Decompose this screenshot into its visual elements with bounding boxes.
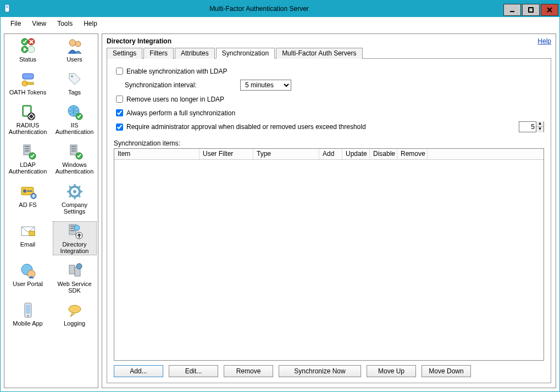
svg-rect-49	[29, 231, 35, 236]
svg-rect-36	[27, 191, 32, 192]
threshold-input[interactable]	[519, 123, 536, 131]
menu-file[interactable]: File	[5, 17, 26, 30]
windows-auth-icon	[66, 143, 84, 160]
users-icon	[66, 37, 84, 55]
ldap-icon	[19, 143, 37, 160]
directory-integration-icon	[66, 222, 84, 240]
svg-rect-15	[27, 82, 34, 85]
sync-items-label: Synchronization items:	[114, 139, 544, 147]
svg-rect-32	[71, 150, 76, 152]
full-sync-checkbox[interactable]	[116, 109, 123, 116]
tab-attributes[interactable]: Attributes	[175, 48, 215, 59]
column-header-add[interactable]: Add	[319, 149, 342, 159]
svg-rect-31	[71, 148, 76, 149]
menu-tools[interactable]: Tools	[52, 17, 78, 30]
sidebar-item-company-settings[interactable]: Company Settings	[53, 182, 97, 216]
svg-point-35	[23, 189, 26, 193]
tab-strip: Settings Filters Attributes Synchronizat…	[107, 47, 551, 59]
window-minimize-button[interactable]	[503, 4, 521, 16]
sync-interval-select[interactable]: 5 minutes	[240, 80, 291, 91]
content-panel: Directory Integration Help Settings Filt…	[102, 33, 556, 388]
sidebar-item-ldap-authentication[interactable]: LDAP Authentication	[6, 142, 50, 176]
svg-point-54	[74, 225, 80, 231]
svg-line-47	[69, 195, 71, 197]
enable-sync-checkbox[interactable]	[116, 68, 123, 75]
column-header-user-filter[interactable]: User Filter	[199, 149, 253, 159]
sidebar-item-web-service-sdk[interactable]: Web Service SDK	[53, 261, 97, 295]
window-maximize-button[interactable]	[522, 4, 540, 16]
sidebar-item-users[interactable]: Users	[53, 36, 97, 64]
window-title: Multi-Factor Authentication Server	[15, 5, 503, 13]
menu-view[interactable]: View	[26, 17, 52, 30]
require-approval-checkbox[interactable]	[116, 124, 123, 131]
remove-users-checkbox[interactable]	[116, 96, 123, 103]
sidebar-item-tags[interactable]: Tags	[53, 69, 97, 97]
svg-line-46	[78, 186, 80, 188]
sidebar-item-radius-authentication[interactable]: RADIUS Authentication	[6, 102, 50, 136]
threshold-down-button[interactable]: ▼	[536, 127, 544, 132]
sidebar-item-label: LDAP Authentication	[7, 161, 49, 175]
sidebar-item-directory-integration[interactable]: Directory Integration	[53, 221, 97, 255]
column-header-remove[interactable]: Remove	[397, 149, 428, 159]
column-header-item[interactable]: Item	[114, 149, 199, 159]
sidebar-item-logging[interactable]: Logging	[53, 300, 97, 328]
adfs-icon	[19, 183, 37, 200]
svg-rect-63	[26, 305, 30, 313]
column-header-type[interactable]: Type	[253, 149, 319, 159]
sidebar-item-mobile-app[interactable]: Mobile App	[6, 300, 50, 328]
tab-panel-synchronization: Enable synchronization with LDAP Synchro…	[107, 59, 551, 383]
remove-users-label: Remove users no longer in LDAP	[126, 96, 224, 103]
svg-rect-25	[25, 146, 29, 147]
sidebar-item-label: Tags	[54, 89, 96, 96]
user-portal-icon	[19, 262, 37, 279]
tab-filters[interactable]: Filters	[143, 48, 174, 59]
titlebar: Multi-Factor Authentication Server	[1, 1, 559, 17]
svg-point-61	[76, 264, 82, 269]
move-down-button[interactable]: Move Down	[422, 365, 471, 377]
svg-rect-51	[70, 226, 75, 227]
menu-bar: File View Tools Help	[1, 17, 559, 30]
menu-help[interactable]: Help	[78, 17, 103, 30]
sidebar-item-label: Company Settings	[54, 201, 96, 215]
sidebar-item-label: Web Service SDK	[54, 281, 96, 294]
column-header-update[interactable]: Update	[342, 149, 370, 159]
sidebar-item-label: Windows Authentication	[54, 161, 96, 175]
svg-point-16	[71, 75, 73, 77]
tab-synchronization[interactable]: Synchronization	[216, 48, 275, 59]
status-icon	[19, 37, 37, 55]
edit-button[interactable]: Edit...	[169, 365, 218, 377]
svg-point-11	[69, 40, 76, 46]
column-header-disable[interactable]: Disable	[370, 149, 397, 159]
sidebar: Status Users OATH Tokens	[4, 33, 98, 388]
svg-line-45	[78, 195, 80, 197]
sidebar-item-status[interactable]: Status	[6, 36, 50, 64]
sidebar-item-adfs[interactable]: AD FS	[6, 182, 50, 216]
sidebar-item-label: OATH Tokens	[7, 89, 49, 96]
help-link[interactable]: Help	[537, 37, 551, 45]
synchronize-now-button[interactable]: Synchronize Now	[279, 365, 361, 377]
move-up-button[interactable]: Move Up	[367, 365, 416, 377]
window-close-button[interactable]	[541, 4, 558, 16]
sidebar-item-email[interactable]: Email	[6, 221, 50, 255]
svg-point-39	[73, 190, 76, 193]
sidebar-item-oath-tokens[interactable]: OATH Tokens	[6, 69, 50, 97]
svg-rect-26	[25, 148, 29, 149]
add-button[interactable]: Add...	[114, 365, 163, 377]
sidebar-item-windows-authentication[interactable]: Windows Authentication	[53, 142, 97, 176]
tab-mfa-servers[interactable]: Multi-Factor Auth Servers	[276, 48, 362, 59]
svg-line-44	[69, 186, 71, 188]
sidebar-item-label: Users	[54, 56, 96, 63]
app-icon	[1, 1, 15, 17]
svg-rect-59	[69, 265, 75, 274]
sync-items-table[interactable]: Item User Filter Type Add Update Disable…	[114, 148, 544, 361]
remove-button[interactable]: Remove	[224, 365, 273, 377]
svg-rect-1	[6, 5, 8, 8]
svg-point-12	[75, 41, 81, 47]
threshold-stepper[interactable]: ▲ ▼	[519, 121, 544, 132]
sidebar-item-iis-authentication[interactable]: IIS Authentication	[53, 102, 97, 136]
svg-point-10	[28, 46, 35, 53]
sidebar-item-user-portal[interactable]: User Portal	[6, 261, 50, 295]
gear-icon	[66, 183, 84, 200]
tab-settings[interactable]: Settings	[107, 48, 142, 59]
sidebar-item-label: IIS Authentication	[54, 122, 96, 135]
